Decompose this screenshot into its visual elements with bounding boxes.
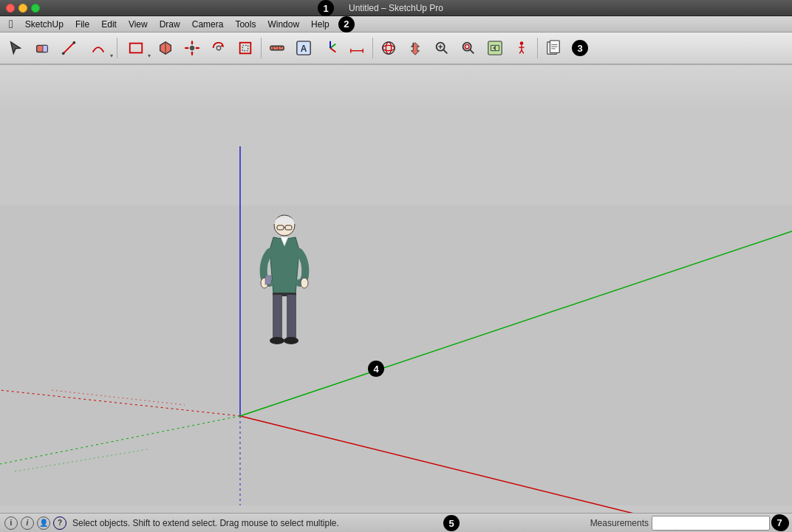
axes-tool-button[interactable] <box>318 35 343 61</box>
sep1 <box>117 38 117 58</box>
pan-tool-button[interactable] <box>403 35 428 61</box>
menu-draw[interactable]: Draw <box>154 16 186 32</box>
pages-tool-button[interactable] <box>541 35 566 61</box>
menu-camera[interactable]: Camera <box>186 16 230 32</box>
text-tool-button[interactable]: A <box>291 35 316 61</box>
svg-text:A: A <box>301 44 307 54</box>
rectangle-tool-button[interactable]: ▾ <box>120 35 151 61</box>
svg-point-62 <box>270 337 284 344</box>
viewport[interactable]: 4 <box>0 65 792 513</box>
help-icon[interactable]: ? <box>53 516 66 530</box>
window-title: Untitled – SketchUp Pro <box>349 3 443 13</box>
svg-line-2 <box>64 43 75 54</box>
measurements-label: Measurements <box>590 518 649 528</box>
badge-1: 1 <box>318 0 334 16</box>
svg-point-58 <box>301 278 308 288</box>
walk-tool-button[interactable] <box>509 35 534 61</box>
svg-point-36 <box>520 41 524 45</box>
pushpull-tool-button[interactable] <box>153 35 178 61</box>
svg-point-34 <box>465 44 469 48</box>
eraser-tool-button[interactable] <box>30 35 55 61</box>
svg-point-32 <box>463 43 471 51</box>
menu-tools[interactable]: Tools <box>229 16 262 32</box>
svg-rect-12 <box>270 46 284 50</box>
svg-line-19 <box>330 44 335 49</box>
apple-menu[interactable]:  <box>3 16 19 32</box>
badge-3: 3 <box>572 40 588 56</box>
status-icons: i i 👤 ? <box>4 516 66 530</box>
badge-2: 2 <box>338 16 355 33</box>
menu-view[interactable]: View <box>123 16 154 32</box>
sep2 <box>261 38 262 58</box>
sep4 <box>537 38 538 58</box>
svg-rect-42 <box>0 205 792 505</box>
human-figure <box>255 209 314 353</box>
svg-point-27 <box>383 42 395 55</box>
svg-point-9 <box>216 46 221 50</box>
menu-file[interactable]: File <box>69 16 95 32</box>
zoom-extents-button[interactable] <box>456 35 481 61</box>
line-tool-button[interactable] <box>56 35 81 61</box>
offset-tool-button[interactable] <box>233 35 258 61</box>
info-icon-1[interactable]: i <box>4 516 18 530</box>
svg-point-8 <box>190 46 194 50</box>
tape-tool-button[interactable] <box>264 35 290 61</box>
svg-point-25 <box>383 45 395 50</box>
info-icon-2[interactable]: i <box>21 516 34 530</box>
toolbar: ▾ ▾ <box>0 33 792 65</box>
badge-4: 4 <box>368 361 384 377</box>
menu-bar:  SketchUp File Edit View Draw Camera To… <box>0 16 792 33</box>
menu-sketchup[interactable]: SketchUp <box>19 16 69 32</box>
orbit-tool-button[interactable] <box>376 35 401 61</box>
minimize-button[interactable] <box>18 4 27 13</box>
zoom-tool-button[interactable] <box>429 35 454 61</box>
sep3 <box>372 38 373 58</box>
measurements-area: Measurements 6 <box>590 514 792 532</box>
svg-line-20 <box>330 48 335 52</box>
measurements-input[interactable] <box>652 516 770 531</box>
rotate-tool-button[interactable] <box>206 35 231 61</box>
svg-rect-64 <box>265 276 271 284</box>
svg-rect-11 <box>242 45 248 50</box>
canvas-svg <box>0 65 792 513</box>
svg-rect-5 <box>130 44 143 53</box>
menu-window[interactable]: Window <box>262 16 305 32</box>
menu-edit[interactable]: Edit <box>95 16 123 32</box>
dimension-tool-button[interactable] <box>344 35 369 61</box>
arc-tool-button[interactable]: ▾ <box>83 35 114 61</box>
title-bar: Untitled – SketchUp Pro 1 <box>0 0 792 16</box>
move-tool-button[interactable] <box>180 35 205 61</box>
svg-line-33 <box>470 50 474 53</box>
instructor-icon[interactable]: 👤 <box>37 516 50 530</box>
menu-help[interactable]: Help <box>305 16 335 32</box>
svg-point-3 <box>62 52 65 55</box>
select-tool-button[interactable] <box>3 35 28 61</box>
svg-rect-61 <box>287 295 296 339</box>
badge-5: 5 <box>443 515 460 531</box>
status-bar: i i 👤 ? Select objects. Shift to extend … <box>0 513 792 532</box>
svg-line-29 <box>443 50 447 53</box>
svg-rect-10 <box>240 43 251 54</box>
svg-point-63 <box>284 337 298 344</box>
svg-rect-60 <box>273 295 282 339</box>
traffic-lights <box>6 4 40 13</box>
badge-7: 7 <box>771 514 788 531</box>
maximize-button[interactable] <box>31 4 40 13</box>
close-button[interactable] <box>6 4 15 13</box>
svg-point-4 <box>73 41 76 44</box>
svg-point-26 <box>386 42 391 55</box>
previous-view-button[interactable] <box>482 35 508 61</box>
svg-rect-1 <box>43 45 47 52</box>
